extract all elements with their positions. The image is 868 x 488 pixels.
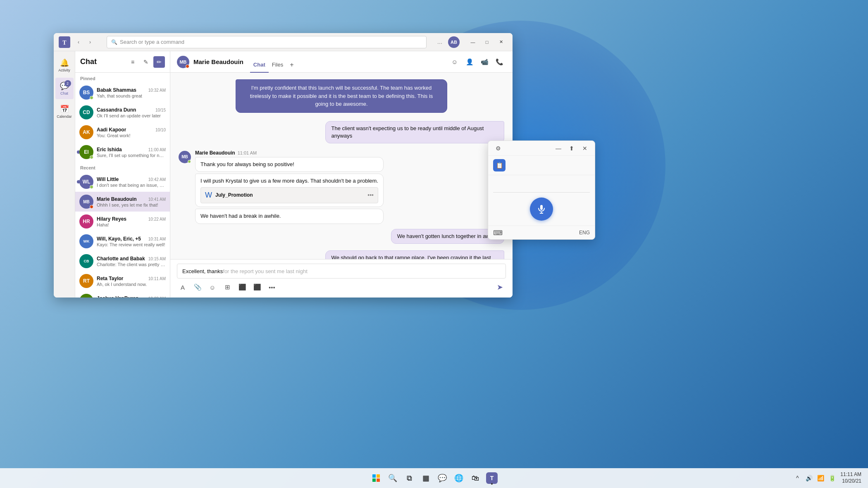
chat-item-babak[interactable]: BS Babak Shammas 10:32 AM Yah, that soun… (75, 83, 170, 102)
people-button[interactable]: 👤 (463, 55, 476, 69)
video-button[interactable]: 📹 (478, 55, 491, 69)
teams-logo: T (59, 36, 70, 48)
more-button[interactable]: ••• (266, 281, 278, 293)
msg-time-3: 11:01 AM (238, 150, 257, 155)
nav-back-button[interactable]: ‹ (74, 37, 83, 47)
user-avatar[interactable]: AB (448, 36, 460, 48)
message-row-2: The client wasn't expecting us to be rea… (179, 121, 504, 143)
message-row-5: We should go back to that ramne place. I… (179, 250, 504, 259)
giphy-button[interactable]: ⊞ (222, 281, 233, 293)
chat-list-panel: Chat ≡ ✎ ✏ Pinned BS Babak Shammas 10:32 (75, 51, 170, 298)
voice-download-button[interactable]: ⬆ (567, 143, 577, 153)
chat-list-header: Chat ≡ ✎ ✏ (75, 51, 170, 73)
voice-mic-button[interactable] (530, 198, 553, 221)
chat-item-charlotte[interactable]: CB Charlotte and Babak 10:15 AM Charlott… (75, 251, 170, 271)
chat-item-reta[interactable]: RT Reta Taylor 10:11 AM Ah, ok I underst… (75, 271, 170, 291)
volume-icon[interactable]: 🔊 (804, 473, 814, 483)
taskbar-store-button[interactable]: 🛍 (468, 471, 483, 486)
avatar-eric: EI (79, 145, 93, 159)
avatar-hilary: HR (79, 214, 93, 229)
compose-area: Excellent, thanks for the report you sen… (170, 259, 513, 298)
chat-item-will[interactable]: WL Will Little 10:42 AM I don't see that… (75, 172, 170, 192)
chat-time-hilary: 10:22 AM (148, 217, 166, 221)
tab-chat[interactable]: Chat (250, 51, 269, 73)
nav-buttons: ‹ › (74, 37, 95, 47)
chat-time-will: 10:42 AM (148, 177, 166, 182)
emoji-button[interactable]: ☺ (207, 281, 218, 293)
praise-button[interactable]: ⬛ (251, 281, 263, 293)
contact-name: Marie Beaudouin (193, 58, 243, 65)
voice-close-button[interactable]: ✕ (580, 143, 590, 153)
sticker-button[interactable]: ⬛ (236, 281, 248, 293)
tab-files[interactable]: Files (269, 51, 286, 73)
taskbar-chat-button[interactable]: 💬 (435, 471, 450, 486)
chat-item-group1[interactable]: WK Will, Kayo, Eric, +5 10:31 AM Kayo: T… (75, 231, 170, 251)
chat-info-eric: Eric Ishida 11:00 AM Sure, I'll set up s… (97, 147, 166, 158)
more-options-button[interactable]: … (435, 37, 445, 47)
compose-button[interactable]: ✏ (153, 56, 165, 68)
pinned-label: Pinned (75, 73, 170, 83)
voice-text-input[interactable] (493, 180, 590, 193)
chat-item-cassandra[interactable]: CD Cassandra Dunn 10/15 Ok I'll send an … (75, 102, 170, 122)
taskbar-edge-button[interactable]: 🌐 (451, 471, 466, 486)
taskbar-start-button[interactable] (369, 471, 384, 486)
chat-time-group1: 10:31 AM (148, 237, 166, 241)
chat-list-actions: ≡ ✎ ✏ (127, 56, 165, 68)
chat-item-marie[interactable]: MB Marie Beaudouin 10:41 AM Ohhh I see, … (75, 192, 170, 212)
notifications-button[interactable]: ^ (792, 473, 802, 483)
sys-icons: ^ 🔊 📶 🔋 (792, 473, 837, 483)
maximize-button[interactable]: □ (480, 36, 494, 48)
taskbar-teams-button[interactable]: T (484, 471, 499, 486)
voice-popup-actions: — ⬆ ✕ (553, 143, 590, 153)
taskbar-widgets-button[interactable]: ▦ (418, 471, 433, 486)
taskbar-search-button[interactable]: 🔍 (385, 471, 400, 486)
emoticon-button[interactable]: ☺ (448, 55, 461, 69)
compose-input-box[interactable]: Excellent, thanks for the report you sen… (177, 264, 506, 279)
title-bar: T ‹ › 🔍 Search or type a command … AB — … (54, 33, 513, 51)
chat-name-cassandra: Cassandra Dunn (97, 107, 136, 113)
filter-button[interactable]: ≡ (127, 56, 138, 68)
sidebar-item-calendar[interactable]: 📅 Calendar (55, 101, 74, 122)
chat-list-scroll: Pinned BS Babak Shammas 10:32 AM Yah, th… (75, 73, 170, 298)
chat-item-aadi[interactable]: AK Aadi Kapoor 10/10 You: Great work! (75, 122, 170, 142)
sidebar-item-activity[interactable]: 🔔 Activity (55, 55, 74, 76)
send-button[interactable]: ➤ (494, 281, 506, 293)
chat-item-eric[interactable]: EI Eric Ishida 11:00 AM Sure, I'll set u… (75, 142, 170, 162)
network-icon[interactable]: 📶 (816, 473, 825, 483)
avatar-reta: RT (79, 274, 93, 288)
compose-text-hint: for the report you sent me last night (223, 268, 308, 274)
chat-item-joshua[interactable]: JV Joshua VanBuren 10:09 AM Thanks for r… (75, 291, 170, 298)
chat-name-reta: Reta Taylor (97, 276, 123, 281)
sidebar-item-chat[interactable]: 2 💬 Chat (55, 78, 74, 99)
edit-button[interactable]: ✎ (140, 56, 152, 68)
voice-minimize-button[interactable]: — (553, 143, 563, 153)
tab-add-button[interactable]: + (286, 51, 297, 73)
attach-button[interactable]: 📎 (192, 281, 203, 293)
chat-name-babak: Babak Shammas (97, 87, 136, 93)
taskbar-taskview-button[interactable]: ⧉ (402, 471, 417, 486)
chat-info-will: Will Little 10:42 AM I don't see that be… (97, 176, 166, 188)
call-button[interactable]: 📞 (493, 55, 506, 69)
file-attachment: W July_Promotion ••• (200, 187, 378, 203)
chat-tabs: Chat Files + (250, 51, 297, 73)
search-bar[interactable]: 🔍 Search or type a command (107, 36, 427, 48)
taskbar-datetime: 11:11 AM 10/20/21 (840, 471, 861, 484)
nav-forward-button[interactable]: › (85, 37, 95, 47)
taskbar: 🔍 ⧉ ▦ 💬 🌐 🛍 T ^ 🔊 📶 🔋 11:11 AM 10/20/21 (0, 468, 868, 488)
svg-rect-5 (372, 474, 376, 478)
voice-settings-button[interactable]: ⚙ (493, 143, 503, 153)
file-menu-button[interactable]: ••• (367, 191, 374, 200)
voice-record-area (488, 175, 595, 226)
voice-keyboard-icon[interactable]: ⌨ (493, 229, 503, 237)
avatar-cassandra: CD (79, 105, 93, 119)
msg-content-3: Marie Beaudouin 11:01 AM Thank you for a… (195, 150, 384, 224)
battery-icon[interactable]: 🔋 (827, 473, 837, 483)
chat-item-hilary[interactable]: HR Hilary Reyes 10:22 AM Haha! (75, 212, 170, 231)
compose-toolbar: A 📎 ☺ ⊞ ⬛ ⬛ ••• ➤ (177, 281, 506, 293)
msg-bubble-3c: We haven't had a break in awhile. (195, 209, 384, 224)
avatar-group1: WK (79, 234, 93, 248)
format-button[interactable]: A (177, 281, 188, 293)
minimize-button[interactable]: — (466, 36, 479, 48)
close-button[interactable]: ✕ (494, 36, 508, 48)
compose-text-typed: Excellent, thanks (182, 268, 223, 274)
